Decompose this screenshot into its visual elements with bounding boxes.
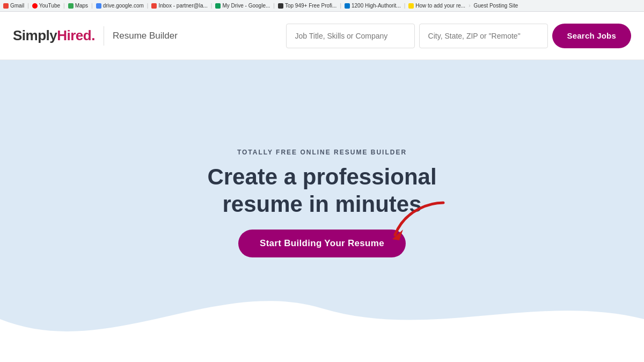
logo-divider — [104, 26, 104, 46]
logo-simply: Simply — [13, 27, 57, 43]
bookmark-drive[interactable]: drive.google.com — [96, 3, 144, 9]
bookmark-youtube[interactable]: YouTube — [32, 3, 60, 9]
arrow-decoration-icon — [390, 197, 454, 251]
auth-favicon — [345, 3, 350, 9]
browser-bookmarks-bar: Gmail | YouTube | Maps | drive.google.co… — [0, 0, 644, 12]
inbox-favicon — [151, 3, 157, 9]
bookmark-profi[interactable]: Top 949+ Free Profi... — [278, 3, 336, 9]
hero-content: TOTALLY FREE ONLINE RESUME BUILDER Creat… — [177, 149, 467, 257]
navbar: SimplyHired. Resume Builder Search Jobs — [0, 12, 644, 60]
search-jobs-button[interactable]: Search Jobs — [552, 24, 631, 48]
bookmark-gmail[interactable]: Gmail — [3, 3, 24, 9]
mydrive-favicon — [215, 3, 221, 9]
youtube-favicon — [32, 3, 38, 9]
hero-section: TOTALLY FREE ONLINE RESUME BUILDER Creat… — [0, 60, 644, 362]
drive-favicon — [96, 3, 101, 9]
bolt-favicon — [408, 3, 414, 9]
bookmark-guest[interactable]: Guest Posting Site — [473, 3, 518, 9]
logo-container: SimplyHired. Resume Builder — [13, 26, 178, 46]
gmail-favicon — [3, 3, 9, 9]
bookmark-inbox[interactable]: Inbox - partner@la... — [151, 3, 207, 9]
location-search-input[interactable] — [419, 24, 548, 48]
logo: SimplyHired. — [13, 27, 95, 44]
hero-subtitle: TOTALLY FREE ONLINE RESUME BUILDER — [237, 149, 407, 156]
bookmark-bolt[interactable]: How to add your re... — [408, 3, 465, 9]
hero-wave — [0, 276, 644, 362]
start-building-resume-button[interactable]: Start Building Your Resume — [238, 230, 406, 257]
search-area: Search Jobs — [188, 24, 631, 48]
resume-builder-label: Resume Builder — [113, 31, 178, 41]
logo-dot: . — [91, 27, 95, 43]
profi-favicon — [278, 3, 283, 9]
job-search-input[interactable] — [286, 24, 415, 48]
bookmark-mydrive[interactable]: My Drive - Google... — [215, 3, 270, 9]
bookmark-maps[interactable]: Maps — [68, 3, 88, 9]
cta-container: Start Building Your Resume — [238, 230, 406, 257]
maps-favicon — [68, 3, 74, 9]
logo-hired: Hired — [57, 27, 91, 43]
bookmark-auth[interactable]: 1200 High-Authorit... — [345, 3, 401, 9]
